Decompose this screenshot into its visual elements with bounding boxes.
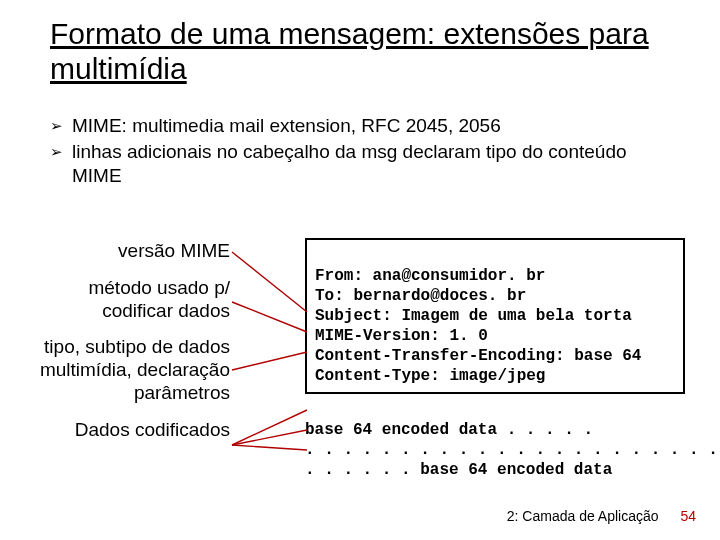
list-item: ➢ MIME: multimedia mail extension, RFC 2…: [50, 114, 670, 138]
label-version: versão MIME: [20, 240, 230, 263]
bullet-text: linhas adicionais no cabeçalho da msg de…: [72, 140, 670, 188]
label-data: Dados codificados: [20, 419, 230, 442]
footer-section: 2: Camada de Aplicação: [507, 508, 659, 524]
label-type: tipo, subtipo de dados multimídia, decla…: [20, 336, 230, 404]
mime-header-box: From: ana@consumidor. br To: bernardo@do…: [305, 238, 685, 394]
code-line: Subject: Imagem de uma bela torta: [315, 307, 632, 325]
label-encoding: método usado p/ codificar dados: [20, 277, 230, 323]
page-number: 54: [680, 508, 696, 524]
svg-line-5: [232, 445, 307, 450]
encoded-line: . . . . . . . . . . . . . . . . . . . . …: [305, 441, 720, 459]
svg-line-0: [232, 252, 307, 312]
annotation-labels: versão MIME método usado p/ codificar da…: [20, 240, 230, 456]
slide: Formato de uma mensagem: extensões para …: [0, 0, 720, 540]
arrow-icon: ➢: [50, 140, 72, 164]
svg-line-2: [232, 352, 307, 370]
code-line: Content-Type: image/jpeg: [315, 367, 545, 385]
svg-line-1: [232, 302, 307, 332]
encoded-data-block: base 64 encoded data . . . . . . . . . .…: [305, 400, 685, 480]
code-line: MIME-Version: 1. 0: [315, 327, 488, 345]
bullet-text: MIME: multimedia mail extension, RFC 204…: [72, 114, 670, 138]
code-line: Content-Transfer-Encoding: base 64: [315, 347, 641, 365]
slide-title: Formato de uma mensagem: extensões para …: [50, 16, 690, 87]
bullet-list: ➢ MIME: multimedia mail extension, RFC 2…: [50, 114, 670, 190]
svg-line-4: [232, 430, 307, 445]
arrow-icon: ➢: [50, 114, 72, 138]
slide-footer: 2: Camada de Aplicação 54: [507, 508, 696, 524]
list-item: ➢ linhas adicionais no cabeçalho da msg …: [50, 140, 670, 188]
encoded-line: . . . . . . base 64 encoded data: [305, 461, 612, 479]
encoded-line: base 64 encoded data . . . . .: [305, 421, 593, 439]
code-line: From: ana@consumidor. br: [315, 267, 545, 285]
svg-line-3: [232, 410, 307, 445]
code-line: To: bernardo@doces. br: [315, 287, 526, 305]
